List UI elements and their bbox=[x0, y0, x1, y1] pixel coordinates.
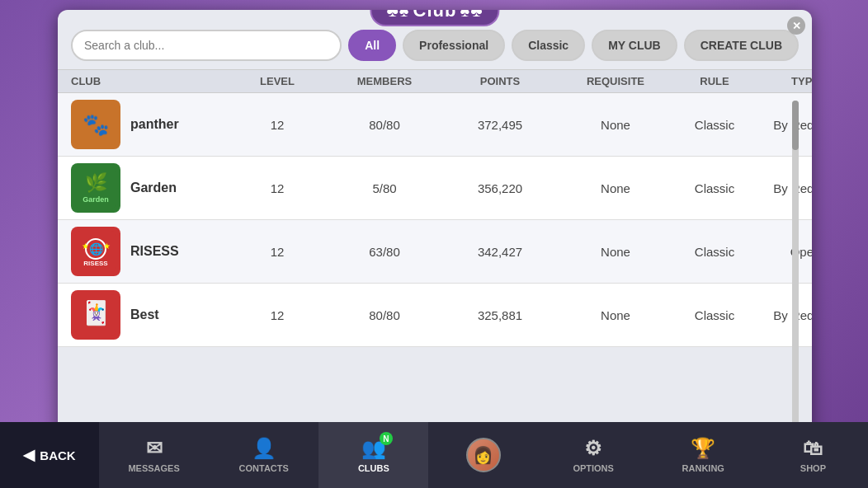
club-title-text: Club bbox=[413, 10, 457, 21]
header-members: MEMBERS bbox=[327, 75, 442, 87]
members-best: 80/80 bbox=[327, 308, 442, 322]
club-cell-panther: 🐾 panther bbox=[71, 100, 228, 149]
requisite-garden: None bbox=[558, 181, 673, 195]
shop-icon: 🛍 bbox=[803, 437, 823, 460]
points-garden: 356,220 bbox=[442, 181, 558, 195]
members-risess: 63/80 bbox=[327, 245, 442, 259]
rule-best: Classic bbox=[673, 308, 756, 322]
level-risess: 12 bbox=[228, 245, 327, 259]
svg-text:RISESS: RISESS bbox=[83, 260, 108, 267]
contacts-icon: 👤 bbox=[252, 437, 276, 460]
filter-all-button[interactable]: All bbox=[348, 30, 396, 61]
points-panther: 372,495 bbox=[442, 118, 558, 132]
type-panther: By Request bbox=[756, 118, 812, 132]
avatar-icon: 👩 bbox=[473, 445, 493, 465]
rule-garden: Classic bbox=[673, 181, 756, 195]
back-label: BACK bbox=[40, 448, 75, 462]
back-arrow-icon: ◀ bbox=[23, 446, 35, 464]
ranking-label: RANKING bbox=[682, 463, 724, 473]
clubs-badge-container: 👥 N bbox=[361, 437, 386, 460]
messages-icon: ✉ bbox=[146, 437, 163, 460]
bottom-nav: ◀ BACK ✉ MESSAGES 👤 CONTACTS 👥 N CLUBS 👩… bbox=[0, 422, 868, 488]
nav-item-options[interactable]: ⚙ OPTIONS bbox=[539, 422, 649, 488]
nav-item-contacts[interactable]: 👤 CONTACTS bbox=[209, 422, 318, 488]
header-points: POINTS bbox=[442, 75, 558, 87]
header-type: TYPE bbox=[756, 75, 812, 87]
close-button[interactable]: ✕ bbox=[787, 16, 805, 35]
table-row[interactable]: 🌐 ★ ★ RISESS RISESS 12 63/80 342,427 Non… bbox=[58, 220, 812, 284]
nav-item-messages[interactable]: ✉ MESSAGES bbox=[99, 422, 209, 488]
club-cell-best: 🃏 Best bbox=[71, 290, 228, 340]
club-modal: ♣♠ Club ♠♣ ✕ All Professional Classic MY… bbox=[58, 10, 812, 455]
table-row[interactable]: 🌿 Garden Garden 12 5/80 356,220 None Cla… bbox=[58, 157, 812, 220]
right-suit-icon: ♠♣ bbox=[460, 10, 483, 21]
members-panther: 80/80 bbox=[327, 118, 442, 132]
type-best: By Request bbox=[756, 308, 812, 322]
svg-text:🌐: 🌐 bbox=[89, 242, 104, 256]
club-name-best: Best bbox=[130, 307, 159, 322]
panther-svg: 🐾 bbox=[75, 104, 116, 145]
left-suit-icon: ♣♠ bbox=[386, 10, 409, 21]
svg-text:🃏: 🃏 bbox=[82, 299, 111, 326]
club-cell-risess: 🌐 ★ ★ RISESS RISESS bbox=[71, 227, 228, 276]
clubs-badge: N bbox=[380, 432, 393, 445]
clubs-label: CLUBS bbox=[358, 463, 389, 473]
table-row[interactable]: 🐾 panther 12 80/80 372,495 None Classic … bbox=[58, 93, 812, 157]
contacts-label: CONTACTS bbox=[239, 463, 289, 473]
svg-text:🐾: 🐾 bbox=[83, 111, 110, 138]
members-garden: 5/80 bbox=[327, 181, 442, 195]
club-name-garden: Garden bbox=[130, 181, 177, 195]
type-risess: Open bbox=[756, 245, 812, 259]
ranking-icon: 🏆 bbox=[691, 437, 715, 460]
level-garden: 12 bbox=[228, 181, 327, 195]
filter-myclub-button[interactable]: MY CLUB bbox=[592, 30, 677, 61]
club-icon-risess: 🌐 ★ ★ RISESS bbox=[71, 227, 120, 276]
svg-text:Garden: Garden bbox=[83, 195, 109, 204]
scrollbar-thumb bbox=[792, 101, 799, 150]
modal-title-container: ♣♠ Club ♠♣ bbox=[370, 10, 499, 26]
table-row[interactable]: 🃏 Best 12 80/80 325,881 None Classic By … bbox=[58, 284, 812, 347]
table-body: 🐾 panther 12 80/80 372,495 None Classic … bbox=[58, 93, 812, 439]
search-input[interactable] bbox=[71, 30, 342, 61]
filter-professional-button[interactable]: Professional bbox=[403, 30, 505, 61]
nav-item-clubs[interactable]: 👥 N CLUBS bbox=[318, 422, 428, 488]
rule-risess: Classic bbox=[673, 245, 756, 259]
level-panther: 12 bbox=[228, 118, 327, 132]
nav-item-profile[interactable]: 👩 bbox=[428, 422, 538, 488]
svg-text:🌿: 🌿 bbox=[85, 171, 108, 194]
garden-svg: 🌿 Garden bbox=[75, 167, 116, 209]
nav-item-shop[interactable]: 🛍 SHOP bbox=[758, 422, 868, 488]
header-club: CLUB bbox=[71, 75, 228, 87]
points-risess: 342,427 bbox=[442, 245, 558, 259]
back-button[interactable]: ◀ BACK bbox=[0, 422, 99, 488]
svg-text:★: ★ bbox=[103, 242, 111, 251]
header-rule: RULE bbox=[673, 75, 756, 87]
requisite-risess: None bbox=[558, 245, 673, 259]
club-name-panther: panther bbox=[130, 117, 179, 132]
best-svg: 🃏 bbox=[75, 294, 116, 336]
scrollbar-track[interactable] bbox=[792, 101, 799, 447]
club-cell-garden: 🌿 Garden Garden bbox=[71, 163, 228, 213]
header-requisite: REQUISITE bbox=[558, 75, 673, 87]
club-icon-best: 🃏 bbox=[71, 290, 120, 340]
nav-item-ranking[interactable]: 🏆 RANKING bbox=[649, 422, 758, 488]
club-name-risess: RISESS bbox=[130, 244, 179, 259]
risess-svg: 🌐 ★ ★ RISESS bbox=[75, 231, 116, 272]
options-icon: ⚙ bbox=[584, 437, 602, 460]
messages-label: MESSAGES bbox=[128, 463, 179, 473]
svg-text:★: ★ bbox=[82, 242, 89, 251]
club-logo: ♣♠ Club ♠♣ bbox=[370, 10, 499, 26]
options-label: OPTIONS bbox=[573, 463, 614, 473]
nav-items: ✉ MESSAGES 👤 CONTACTS 👥 N CLUBS 👩 ⚙ OPTI… bbox=[99, 422, 868, 488]
club-icon-panther: 🐾 bbox=[71, 100, 120, 149]
type-garden: By Request bbox=[756, 181, 812, 195]
table-header: CLUB LEVEL MEMBERS POINTS REQUISITE RULE… bbox=[58, 69, 812, 93]
create-club-button[interactable]: CREATE CLUB bbox=[684, 30, 799, 61]
club-icon-garden: 🌿 Garden bbox=[71, 163, 120, 213]
requisite-panther: None bbox=[558, 118, 673, 132]
avatar: 👩 bbox=[466, 438, 501, 472]
requisite-best: None bbox=[558, 308, 673, 322]
shop-label: SHOP bbox=[800, 463, 826, 473]
filter-classic-button[interactable]: Classic bbox=[512, 30, 585, 61]
level-best: 12 bbox=[228, 308, 327, 322]
